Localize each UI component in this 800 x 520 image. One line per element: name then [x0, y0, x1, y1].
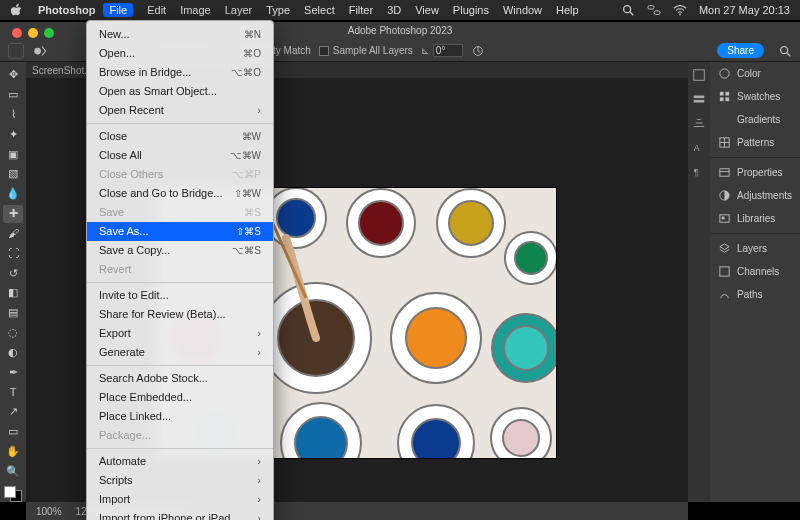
tool-eraser[interactable]: ◧	[3, 284, 23, 302]
svg-rect-46	[725, 97, 729, 101]
menu-type[interactable]: Type	[266, 4, 290, 16]
tool-stamp[interactable]: ⛶	[3, 244, 23, 262]
tool-heal[interactable]: ✚	[3, 205, 23, 223]
menu-item-place-embedded[interactable]: Place Embedded...	[87, 388, 273, 407]
menu-item-automate[interactable]: Automate›	[87, 452, 273, 471]
menu-item-share-for-review-beta[interactable]: Share for Review (Beta)...	[87, 305, 273, 324]
tool-zoom[interactable]: 🔍	[3, 462, 23, 480]
svg-point-27	[504, 326, 548, 370]
panel-icon[interactable]	[692, 116, 706, 130]
zoom-level[interactable]: 100%	[36, 506, 62, 517]
menu-image[interactable]: Image	[180, 4, 211, 16]
menu-plugins[interactable]: Plugins	[453, 4, 489, 16]
macos-menubar: Photoshop FileEditImageLayerTypeSelectFi…	[0, 0, 800, 20]
option-angle[interactable]: ⊾	[421, 44, 463, 57]
menu-item-export[interactable]: Export›	[87, 324, 273, 343]
menu-item-close-others: Close Others⌥⌘P	[87, 165, 273, 184]
menu-item-open[interactable]: Open...⌘O	[87, 44, 273, 63]
tool-brush[interactable]: 🖌	[3, 225, 23, 243]
tool-path[interactable]: ↗	[3, 403, 23, 421]
menu-item-import-from-iphone-or-ipad[interactable]: Import from iPhone or iPad›	[87, 509, 273, 520]
menu-item-close-all[interactable]: Close All⌥⌘W	[87, 146, 273, 165]
panel-libraries[interactable]: Libraries	[710, 207, 800, 230]
menu-item-close-and-go-to-bridge[interactable]: Close and Go to Bridge...⇧⌘W	[87, 184, 273, 203]
menu-3d[interactable]: 3D	[387, 4, 401, 16]
search-icon[interactable]	[778, 44, 792, 58]
svg-text:A: A	[694, 143, 700, 153]
panel-channels[interactable]: Channels	[710, 260, 800, 283]
tool-lasso[interactable]: ⌇	[3, 106, 23, 124]
panel-patterns[interactable]: Patterns	[710, 131, 800, 154]
menu-help[interactable]: Help	[556, 4, 579, 16]
panel-adjustments[interactable]: Adjustments	[710, 184, 800, 207]
menu-item-scripts[interactable]: Scripts›	[87, 471, 273, 490]
control-center-icon[interactable]	[647, 3, 661, 17]
menu-edit[interactable]: Edit	[147, 4, 166, 16]
tool-preset-icon[interactable]	[32, 42, 50, 60]
tool-marquee[interactable]: ▭	[3, 86, 23, 104]
panel-swatches[interactable]: Swatches	[710, 85, 800, 108]
panel-color[interactable]: Color	[710, 62, 800, 85]
menu-item-open-recent[interactable]: Open Recent›	[87, 101, 273, 120]
tool-wand[interactable]: ✦	[3, 125, 23, 143]
tool-rect[interactable]: ▭	[3, 423, 23, 441]
panel-icon[interactable]	[692, 92, 706, 106]
apple-icon	[10, 3, 24, 17]
file-menu[interactable]: New...⌘NOpen...⌘OBrowse in Bridge...⌥⌘OO…	[86, 20, 274, 520]
close-window-icon[interactable]	[12, 28, 22, 38]
tool-pen[interactable]: ✒	[3, 363, 23, 381]
panel-properties[interactable]: Properties	[710, 161, 800, 184]
menu-item-search-adobe-stock[interactable]: Search Adobe Stock...	[87, 369, 273, 388]
menu-layer[interactable]: Layer	[225, 4, 253, 16]
menu-item-close[interactable]: Close⌘W	[87, 127, 273, 146]
menu-item-open-as-smart-object[interactable]: Open as Smart Object...	[87, 82, 273, 101]
tool-gradient[interactable]: ▤	[3, 304, 23, 322]
panel-gradients[interactable]: Gradients	[710, 108, 800, 131]
tool-type[interactable]: T	[3, 383, 23, 401]
color-swatches[interactable]	[4, 486, 22, 502]
menu-select[interactable]: Select	[304, 4, 335, 16]
pressure-icon[interactable]	[471, 44, 485, 58]
home-icon[interactable]	[8, 43, 24, 59]
tool-eyedrop[interactable]: 💧	[3, 185, 23, 203]
svg-line-1	[630, 12, 634, 16]
tool-frame[interactable]: ▧	[3, 165, 23, 183]
share-button[interactable]: Share	[717, 43, 764, 58]
menu-item-import[interactable]: Import›	[87, 490, 273, 509]
menu-item-place-linked[interactable]: Place Linked...	[87, 407, 273, 426]
tool-history[interactable]: ↺	[3, 264, 23, 282]
right-panels: ColorSwatchesGradientsPatternsProperties…	[710, 62, 800, 502]
panel-icon[interactable]: ¶	[692, 164, 706, 178]
panel-paths[interactable]: Paths	[710, 283, 800, 306]
menu-window[interactable]: Window	[503, 4, 542, 16]
menubar-clock: Mon 27 May 20:13	[699, 4, 790, 16]
menu-item-new[interactable]: New...⌘N	[87, 25, 273, 44]
menu-item-browse-in-bridge[interactable]: Browse in Bridge...⌥⌘O	[87, 63, 273, 82]
tool-hand[interactable]: ✋	[3, 442, 23, 460]
menu-item-save-as[interactable]: Save As...⇧⌘S	[87, 222, 273, 241]
svg-rect-54	[720, 267, 729, 276]
spotlight-icon[interactable]	[621, 3, 635, 17]
option-sample-all-layers[interactable]: Sample All Layers	[319, 45, 413, 56]
wifi-icon[interactable]	[673, 3, 687, 17]
menu-item-package: Package...	[87, 426, 273, 445]
menu-item-invite-to-edit[interactable]: Invite to Edit...	[87, 286, 273, 305]
menu-item-generate[interactable]: Generate›	[87, 343, 273, 362]
panel-layers[interactable]: Layers	[710, 237, 800, 260]
tool-crop[interactable]: ▣	[3, 145, 23, 163]
svg-point-15	[359, 201, 403, 245]
tool-blur[interactable]: ◌	[3, 324, 23, 342]
tool-dodge[interactable]: ◐	[3, 343, 23, 361]
menu-view[interactable]: View	[415, 4, 439, 16]
panel-icon[interactable]: A	[692, 140, 706, 154]
svg-point-7	[781, 46, 788, 53]
panel-icon[interactable]	[692, 68, 706, 82]
menu-item-save-a-copy[interactable]: Save a Copy...⌥⌘S	[87, 241, 273, 260]
menu-file[interactable]: File	[103, 3, 133, 17]
zoom-window-icon[interactable]	[44, 28, 54, 38]
svg-rect-3	[654, 11, 660, 15]
tool-move[interactable]: ✥	[3, 66, 23, 84]
menu-filter[interactable]: Filter	[349, 4, 373, 16]
menu-item-revert: Revert	[87, 260, 273, 279]
minimize-window-icon[interactable]	[28, 28, 38, 38]
